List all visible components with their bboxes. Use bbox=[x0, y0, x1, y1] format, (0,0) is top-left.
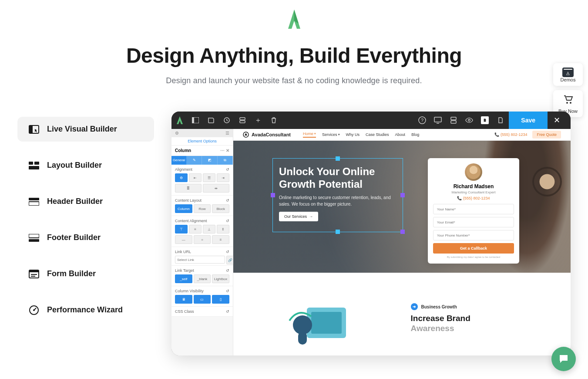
desktop-icon[interactable] bbox=[434, 116, 442, 124]
email-field[interactable] bbox=[433, 217, 514, 227]
handle-bottom-right[interactable] bbox=[400, 230, 405, 234]
reset-icon[interactable]: ↺ bbox=[226, 268, 229, 273]
reset-icon[interactable]: ↺ bbox=[226, 289, 229, 293]
page-icon[interactable] bbox=[481, 116, 489, 124]
align-right-button[interactable]: ⇥ bbox=[217, 173, 229, 182]
nav-about[interactable]: About bbox=[395, 132, 406, 138]
link-url-label: Link URL bbox=[175, 250, 191, 254]
calign-2-button[interactable]: = bbox=[194, 235, 211, 244]
more-icon[interactable]: ⋯ ✕ bbox=[220, 148, 229, 153]
options-panel: ⚙ ☰ Element Options Column ⋯ ✕ General ✎… bbox=[171, 129, 233, 355]
calign-bot-button[interactable]: ⊥ bbox=[203, 225, 215, 233]
nav-case-studies[interactable]: Case Studies bbox=[366, 132, 389, 138]
tab-header-builder[interactable]: Header Builder bbox=[17, 189, 154, 214]
nav-why-us[interactable]: Why Us bbox=[346, 132, 360, 138]
card-phone[interactable]: 📞 (555) 802-1234 bbox=[433, 196, 514, 200]
free-quote-button[interactable]: Free Quote bbox=[532, 131, 561, 139]
panel-tab-general[interactable]: General bbox=[171, 156, 187, 165]
demos-button[interactable]: Demos bbox=[553, 63, 583, 86]
svg-point-27 bbox=[468, 119, 470, 122]
calign-3-button[interactable]: ≡ bbox=[212, 235, 229, 244]
nav-home[interactable]: Home ▾ bbox=[303, 132, 316, 138]
target-self-button[interactable]: _self bbox=[175, 274, 192, 283]
target-blank-button[interactable]: _blank bbox=[194, 274, 211, 283]
name-field[interactable] bbox=[433, 204, 514, 214]
vis-tablet-button[interactable]: ▭ bbox=[194, 295, 211, 304]
align-setting-button[interactable]: ⚙ bbox=[175, 173, 188, 182]
handle-left[interactable] bbox=[271, 193, 275, 197]
svg-rect-8 bbox=[29, 202, 39, 206]
layout-row-button[interactable]: Row bbox=[194, 204, 211, 213]
responsive-icon[interactable] bbox=[450, 116, 457, 124]
layout-block-button[interactable]: Block bbox=[212, 204, 229, 213]
tab-label: Layout Builder bbox=[47, 161, 102, 170]
card-note: By submitting my data I agree to be cont… bbox=[433, 256, 514, 258]
history-icon[interactable] bbox=[223, 116, 231, 124]
trash-icon[interactable] bbox=[270, 116, 278, 124]
tab-performance-wizard[interactable]: Performance Wizard bbox=[17, 298, 154, 322]
svg-point-1 bbox=[570, 102, 571, 104]
growth-title: Increase BrandAwareness bbox=[411, 314, 558, 334]
reset-icon[interactable]: ↺ bbox=[226, 167, 229, 172]
target-lightbox-button[interactable]: Lightbox bbox=[212, 274, 229, 283]
link-url-input[interactable] bbox=[175, 256, 225, 264]
add-icon[interactable]: ＋ bbox=[254, 116, 262, 124]
cursor-window-icon bbox=[29, 125, 39, 134]
site-nav: Home ▾ Services ▾ Why Us Case Studies Ab… bbox=[303, 132, 419, 138]
svg-rect-18 bbox=[192, 117, 194, 123]
reset-icon[interactable]: ↺ bbox=[226, 309, 229, 314]
save-draft-icon[interactable] bbox=[207, 116, 215, 124]
nav-services[interactable]: Services ▾ bbox=[322, 132, 340, 138]
vis-desktop-button[interactable]: 🖥 bbox=[175, 295, 192, 304]
panel-tabs: General ✎ ◩ ⧉ bbox=[171, 156, 233, 165]
brand-icon bbox=[243, 132, 249, 138]
handle-bottom[interactable] bbox=[336, 230, 340, 234]
selection-box[interactable]: Unlock Your Online Growth Potential Onli… bbox=[272, 158, 403, 232]
column-visibility-label: Column Visibility bbox=[175, 289, 204, 293]
our-services-button[interactable]: Our Services → bbox=[279, 212, 318, 221]
site-brand[interactable]: AvadaConsultant bbox=[243, 132, 291, 138]
card-name: Richard Madsen bbox=[433, 183, 514, 190]
align-stretch-button[interactable]: ⇹ bbox=[203, 184, 229, 193]
tab-form-builder[interactable]: Form Builder bbox=[17, 261, 154, 286]
nav-blog[interactable]: Blog bbox=[411, 132, 419, 138]
close-icon[interactable]: ✕ bbox=[548, 115, 566, 125]
align-justify-button[interactable]: ≣ bbox=[175, 184, 202, 193]
calign-top-button[interactable]: ⊤ bbox=[175, 225, 188, 233]
reset-icon[interactable]: ↺ bbox=[226, 198, 229, 203]
align-center-button[interactable]: ☰ bbox=[203, 173, 215, 182]
phone-field[interactable] bbox=[433, 230, 514, 240]
save-button[interactable]: Save bbox=[509, 112, 548, 129]
calign-stretch-button[interactable]: ⇕ bbox=[217, 225, 229, 233]
align-left-button[interactable]: ⇤ bbox=[189, 173, 202, 182]
tab-live-visual-builder[interactable]: Live Visual Builder bbox=[17, 117, 154, 142]
menu-icon[interactable]: ☰ bbox=[225, 131, 229, 135]
svg-point-16 bbox=[33, 309, 35, 311]
handle-right[interactable] bbox=[400, 193, 405, 197]
panel-tab-design[interactable]: ✎ bbox=[187, 156, 202, 165]
hero-title: Design Anything, Build Everything bbox=[0, 44, 588, 68]
sidebar-toggle-icon[interactable] bbox=[192, 116, 199, 124]
handle-top[interactable] bbox=[336, 156, 340, 161]
calign-mid-button[interactable]: ≡ bbox=[189, 225, 202, 233]
preview-eye-icon[interactable] bbox=[465, 116, 473, 124]
reset-icon[interactable]: ↺ bbox=[226, 250, 229, 254]
panel-tab-extras[interactable]: ⧉ bbox=[218, 156, 233, 165]
tab-layout-builder[interactable]: Layout Builder bbox=[17, 153, 154, 178]
calign-1-button[interactable]: — bbox=[175, 235, 192, 244]
gear-icon[interactable]: ⚙ bbox=[175, 131, 179, 135]
chat-button[interactable] bbox=[551, 347, 576, 371]
section-column: Column ⋯ ✕ bbox=[171, 146, 233, 156]
reset-icon[interactable]: ↺ bbox=[226, 219, 229, 223]
site-phone[interactable]: 📞 (555) 802-1234 bbox=[494, 132, 527, 137]
arrow-circle-icon: ➜ bbox=[411, 303, 418, 310]
page-outline-icon[interactable] bbox=[497, 116, 504, 124]
help-icon[interactable]: ? bbox=[418, 116, 426, 124]
layout-column-button[interactable]: Column bbox=[175, 204, 192, 213]
server-icon[interactable] bbox=[239, 116, 246, 124]
vis-mobile-button[interactable]: ▯ bbox=[212, 295, 229, 304]
tab-label: Form Builder bbox=[47, 269, 96, 278]
get-callback-button[interactable]: Get a Callback bbox=[433, 243, 514, 254]
panel-tab-bg[interactable]: ◩ bbox=[202, 156, 217, 165]
tab-footer-builder[interactable]: Footer Builder bbox=[17, 225, 154, 250]
